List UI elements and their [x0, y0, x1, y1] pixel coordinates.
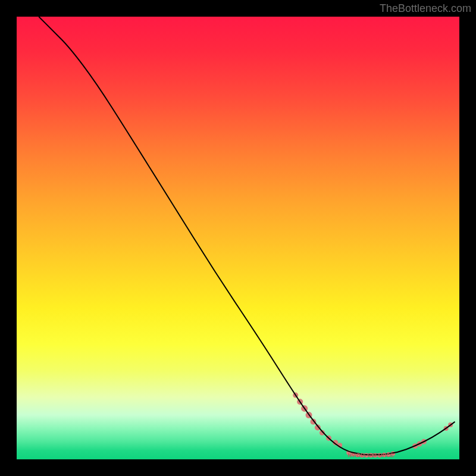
curve-line [39, 17, 455, 455]
chart-svg: NVIDIA GEFORCE [17, 17, 459, 459]
watermark-text: TheBottleneck.com [380, 2, 471, 15]
chart-area: NVIDIA GEFORCE [17, 17, 459, 459]
cluster-label: NVIDIA GEFORCE [348, 452, 394, 458]
